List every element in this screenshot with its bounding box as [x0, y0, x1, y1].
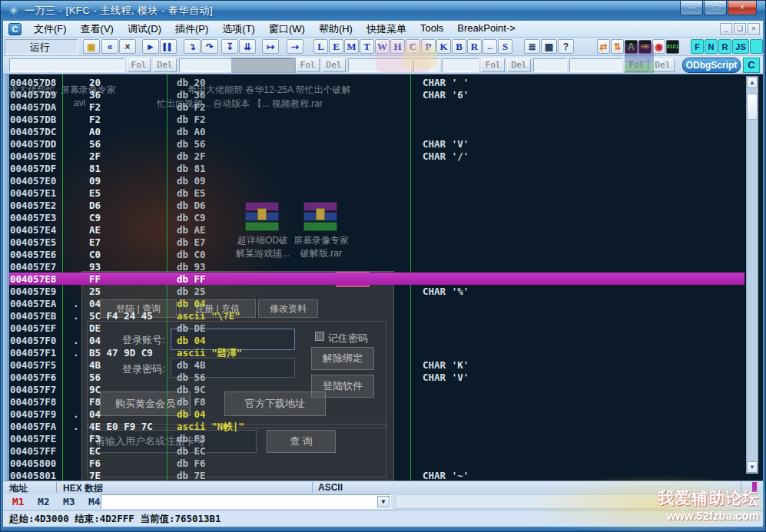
view-button-C[interactable]: C	[406, 39, 420, 54]
menu-item-breakpoint[interactable]: BreakPoint->	[450, 21, 522, 38]
toolbar-field-3[interactable]	[179, 58, 293, 72]
dump-row[interactable]: 004057EB.5C F4 24 45ascii "\?E"	[3, 309, 763, 322]
minimize-button[interactable]: —	[680, 1, 703, 15]
app-menu-icon[interactable]: C	[8, 23, 22, 35]
step-back-icon[interactable]: «	[101, 39, 118, 54]
toolbar-field-12[interactable]	[569, 58, 622, 72]
dump-row[interactable]: 004057E4AEdb AE	[3, 223, 763, 236]
follow-button[interactable]: Fol	[625, 58, 648, 72]
dump-row[interactable]: 004057F656db 56CHAR 'V'	[3, 371, 763, 383]
dump-row[interactable]: 004057E2D6db D6	[3, 199, 763, 211]
odbgscript-button[interactable]: ODbgScript	[682, 58, 741, 73]
dump-row[interactable]: 004057DCA0db A0	[3, 125, 763, 137]
dump-row[interactable]: 004057DAF2db F2	[3, 101, 763, 113]
scrollbar-thumb[interactable]	[747, 94, 758, 120]
chevron-down-icon[interactable]: ▼	[377, 496, 390, 507]
dump-row[interactable]: 004057DD56db 56CHAR 'V'	[3, 137, 763, 150]
binary-mode-icon[interactable]: 0101	[666, 40, 679, 54]
dump-row[interactable]: 004057E1E5db E5	[3, 187, 763, 199]
script-c-button[interactable]: C	[743, 58, 760, 73]
dump-row[interactable]: 004058017Edb 7ECHAR '~'	[3, 469, 763, 481]
toolbar-field-6[interactable]	[348, 58, 411, 72]
view-button-M[interactable]: M	[344, 39, 359, 54]
mdi-minimize-button[interactable]: _	[720, 23, 732, 35]
quick-button-n[interactable]: N	[705, 39, 718, 54]
menu-item-view[interactable]: 查看(V)	[74, 21, 121, 38]
view-button-W[interactable]: W	[375, 39, 390, 54]
command-combobox[interactable]: ▼	[101, 494, 391, 509]
toolbar-field-0[interactable]	[9, 58, 124, 72]
view-button-H[interactable]: H	[390, 39, 405, 54]
memory-tab-m3[interactable]: M3	[63, 496, 75, 507]
dump-row[interactable]: 004057F8F8db F8	[3, 395, 763, 408]
trace-into-icon[interactable]: ↧	[221, 39, 238, 54]
scroll-down-button[interactable]: ▼	[747, 461, 758, 473]
view-button-E[interactable]: E	[329, 39, 343, 54]
menu-item-options[interactable]: 选项(T)	[215, 21, 262, 38]
pause-icon[interactable]: ▌▌	[160, 39, 177, 54]
quick-button-r[interactable]: R	[718, 39, 731, 54]
dump-row[interactable]: 004057D820db 20CHAR ' '	[3, 76, 763, 88]
dump-row[interactable]: 004057E009db 09	[3, 174, 763, 187]
list-icon[interactable]: ≣	[524, 39, 540, 54]
menu-item-plugins[interactable]: 插件(P)	[168, 21, 215, 38]
target-icon[interactable]: ◉	[652, 39, 665, 54]
dump-row[interactable]: 004057EA.04db 04	[3, 297, 763, 309]
dump-row[interactable]: 004057E3C9db C9	[3, 211, 763, 223]
toolbar-field-8[interactable]	[442, 58, 479, 72]
open-file-icon[interactable]: ▣	[83, 39, 100, 54]
header-separator[interactable]	[741, 482, 741, 493]
dump-row[interactable]: 004057E6C0db C0	[3, 248, 763, 260]
delete-button[interactable]: Del	[322, 58, 346, 72]
maximize-button[interactable]: □	[704, 1, 727, 15]
toolbar-field-11[interactable]	[533, 58, 567, 72]
dump-row[interactable]: 004057F9.04db 04	[3, 408, 763, 420]
header-separator[interactable]	[312, 482, 313, 493]
mdi-restore-button[interactable]: ❏	[734, 23, 746, 35]
view-button-S[interactable]: S	[498, 39, 512, 54]
delete-button[interactable]: Del	[507, 58, 531, 72]
header-separator[interactable]	[56, 482, 57, 493]
help-icon[interactable]: ?	[558, 39, 574, 54]
dump-row[interactable]: 004057F79Cdb 9C	[3, 383, 763, 395]
run-icon[interactable]: ►	[142, 39, 159, 54]
view-button-B[interactable]: B	[452, 39, 466, 54]
delete-button[interactable]: Del	[153, 58, 177, 72]
view-button-R[interactable]: R	[467, 39, 482, 54]
dump-row[interactable]: 004057E5E7db E7	[3, 236, 763, 248]
dump-row[interactable]: 004057FEF3db F3	[3, 432, 763, 444]
close-process-icon[interactable]: ×	[119, 39, 136, 54]
view-button-more[interactable]: ...	[482, 39, 497, 54]
dump-row[interactable]: 004057FA.4E E0 F9 7Cascii "N帙|"	[3, 420, 763, 432]
menu-item-tools[interactable]: Tools	[413, 21, 450, 38]
quick-button-js[interactable]: JS	[732, 39, 749, 54]
trace-over-icon[interactable]: ⇊	[239, 39, 256, 54]
appearance-icon[interactable]: ▦	[541, 39, 557, 54]
menu-item-help[interactable]: 帮助(H)	[312, 21, 360, 38]
dump-row[interactable]: 004057F54Bdb 4BCHAR 'K'	[3, 359, 763, 371]
memory-tab-m1[interactable]: M1	[12, 496, 25, 507]
memory-tab-m2[interactable]: M2	[38, 496, 50, 507]
follow-button[interactable]: Fol	[127, 58, 151, 72]
follow-button[interactable]: Fol	[296, 58, 320, 72]
step-over-icon[interactable]: ↷	[201, 39, 218, 54]
ascii-mode-icon[interactable]: A	[625, 40, 638, 54]
dump-row[interactable]: 004057E8FFdb FF	[3, 273, 763, 285]
dump-row[interactable]: 004057F1.B5 47 9D C9ascii "礕澤"	[3, 346, 763, 359]
vertical-scrollbar[interactable]: ▲ ▼	[746, 76, 758, 474]
run-to-cursor-icon[interactable]: ⇢	[287, 39, 303, 54]
dump-row[interactable]: 004057D936db 36CHAR '6'	[3, 88, 763, 101]
view-button-K[interactable]: K	[436, 39, 451, 54]
memory-tab-m4[interactable]: M4	[88, 496, 101, 507]
follow-button[interactable]: Fol	[481, 58, 505, 72]
dump-row[interactable]: 004057EFDEdb DE	[3, 322, 763, 334]
quick-button-f[interactable]: F	[691, 39, 704, 54]
toolbar-field-7[interactable]	[413, 58, 439, 72]
view-button-P[interactable]: P	[421, 39, 436, 54]
menu-item-shortcut-menu[interactable]: 快捷菜单	[360, 21, 413, 38]
dump-row[interactable]: 004057DE2Fdb 2FCHAR '/'	[3, 150, 763, 162]
until-return-icon[interactable]: ↦	[262, 39, 279, 54]
dump-row[interactable]: 004057E793db 93	[3, 260, 763, 273]
dump-row[interactable]: 004057DF81db 81	[3, 162, 763, 174]
delete-button[interactable]: Del	[651, 58, 675, 72]
